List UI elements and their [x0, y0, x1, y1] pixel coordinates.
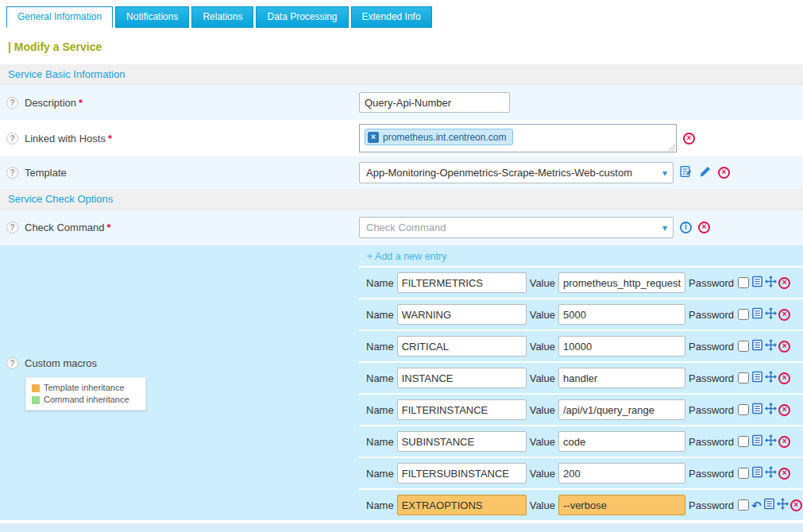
- macro-value-input[interactable]: [558, 336, 685, 357]
- macro-value-input[interactable]: [558, 368, 685, 388]
- move-macro-icon[interactable]: [765, 466, 777, 480]
- delete-macro-icon[interactable]: ×: [778, 436, 790, 448]
- macro-rows-container: + Add a new entry Name Value Password × …: [359, 245, 803, 520]
- check-command-label: Check Command: [25, 222, 104, 233]
- move-macro-icon[interactable]: [765, 339, 777, 353]
- view-template-icon[interactable]: [680, 165, 693, 180]
- macro-description-icon[interactable]: [751, 307, 763, 322]
- macro-row: Name Value Password ×: [359, 330, 803, 361]
- linked-hosts-label: Linked with Hosts: [25, 133, 106, 145]
- macro-name-input[interactable]: [397, 463, 527, 484]
- move-macro-icon[interactable]: [765, 276, 777, 290]
- clear-template-icon[interactable]: ×: [718, 167, 730, 179]
- template-selected-value: App-Monitoring-Openmetrics-Scrape-Metric…: [366, 167, 632, 179]
- required-mark: *: [79, 97, 83, 109]
- macro-value-label: Value: [530, 341, 555, 353]
- move-macro-icon[interactable]: [777, 498, 789, 512]
- help-icon[interactable]: ?: [6, 97, 18, 109]
- undo-macro-icon[interactable]: ↶: [751, 500, 762, 511]
- help-icon[interactable]: ?: [6, 357, 18, 369]
- move-macro-icon[interactable]: [765, 403, 777, 417]
- delete-macro-icon[interactable]: ×: [778, 404, 790, 416]
- macro-row: Name Value Password ×: [359, 425, 803, 457]
- description-input[interactable]: [359, 92, 510, 113]
- macro-row: Name Value Password ×: [359, 457, 803, 488]
- macro-name-label: Name: [366, 277, 394, 289]
- macro-description-icon[interactable]: [751, 434, 763, 449]
- macro-password-checkbox[interactable]: [738, 309, 749, 320]
- add-entry-row: + Add a new entry: [359, 245, 803, 266]
- linked-hosts-label-cell: ? Linked with Hosts *: [0, 133, 359, 145]
- custom-macros-area: ? Custom macros Template inheritance Com…: [0, 245, 803, 520]
- edit-template-icon[interactable]: [699, 165, 712, 180]
- macro-name-input[interactable]: [397, 304, 527, 325]
- linked-hosts-field-cell: × prometheus.int.centreon.com ×: [359, 124, 803, 152]
- macro-password-checkbox[interactable]: [738, 468, 749, 479]
- macro-password-label: Password: [689, 341, 734, 353]
- description-label: Description: [25, 97, 76, 109]
- macro-row-icons: ×: [738, 371, 790, 385]
- macro-name-input[interactable]: [397, 336, 527, 357]
- macro-name-input[interactable]: [397, 399, 527, 420]
- macro-password-checkbox[interactable]: [738, 372, 749, 384]
- macro-password-checkbox[interactable]: [738, 499, 749, 511]
- clear-check-command-icon[interactable]: ×: [698, 222, 710, 233]
- macro-name-input[interactable]: [397, 431, 527, 452]
- move-macro-icon[interactable]: [765, 307, 777, 322]
- custom-macros-label: Custom macros: [25, 357, 97, 369]
- legend-template-inheritance-label: Template inheritance: [44, 382, 125, 394]
- macro-name-input[interactable]: [397, 495, 527, 515]
- linked-hosts-input[interactable]: × prometheus.int.centreon.com: [359, 124, 677, 152]
- template-select[interactable]: App-Monitoring-Openmetrics-Scrape-Metric…: [359, 162, 674, 183]
- help-icon[interactable]: ?: [6, 222, 18, 233]
- macro-value-input[interactable]: [558, 463, 685, 484]
- macro-password-checkbox[interactable]: [738, 436, 749, 447]
- resize-grip[interactable]: [667, 143, 675, 151]
- move-macro-icon[interactable]: [765, 434, 777, 449]
- delete-macro-icon[interactable]: ×: [778, 341, 790, 353]
- macro-description-icon[interactable]: [751, 276, 763, 290]
- macro-value-input[interactable]: [558, 431, 685, 452]
- macro-description-icon[interactable]: [751, 371, 763, 385]
- macro-password-checkbox[interactable]: [738, 277, 749, 288]
- help-icon[interactable]: ?: [6, 133, 18, 145]
- macro-description-icon[interactable]: [763, 498, 775, 512]
- required-mark: *: [106, 222, 110, 233]
- macro-name-input[interactable]: [397, 368, 527, 388]
- macro-value-input[interactable]: [558, 399, 685, 420]
- tab-data-processing[interactable]: Data Processing: [256, 6, 348, 28]
- tab-extended-info[interactable]: Extended Info: [351, 6, 432, 28]
- macro-description-icon[interactable]: [751, 403, 763, 417]
- remove-host-icon[interactable]: ×: [368, 132, 379, 143]
- tab-general-information[interactable]: General Information: [6, 6, 113, 28]
- delete-macro-icon[interactable]: ×: [778, 277, 790, 289]
- tab-relations[interactable]: Relations: [191, 6, 253, 28]
- macro-value-input[interactable]: [558, 304, 685, 325]
- delete-macro-icon[interactable]: ×: [778, 468, 790, 480]
- section-header-basic-information: Service Basic Information: [0, 64, 803, 85]
- help-icon[interactable]: ?: [6, 167, 18, 179]
- move-macro-icon[interactable]: [765, 371, 777, 385]
- macro-description-icon[interactable]: [751, 339, 763, 353]
- linked-hosts-row: ? Linked with Hosts * × prometheus.int.c…: [0, 120, 803, 156]
- macro-value-input[interactable]: [558, 272, 685, 293]
- macro-row: Name Value Password ×: [359, 298, 803, 330]
- tab-notifications[interactable]: Notifications: [115, 6, 189, 28]
- macro-name-label: Name: [366, 372, 394, 384]
- macro-password-checkbox[interactable]: [738, 341, 749, 352]
- delete-macro-icon[interactable]: ×: [778, 309, 790, 321]
- clear-hosts-icon[interactable]: ×: [683, 133, 695, 145]
- macro-value-input[interactable]: [558, 495, 685, 515]
- macro-row-icons: ×: [738, 339, 790, 353]
- macro-password-checkbox[interactable]: [738, 404, 749, 415]
- check-command-select[interactable]: Check Command ▾: [359, 217, 674, 238]
- template-inheritance-color: [32, 384, 40, 392]
- info-icon[interactable]: i: [680, 222, 692, 233]
- macro-description-icon[interactable]: [751, 466, 763, 480]
- macro-name-input[interactable]: [397, 272, 527, 293]
- required-mark: *: [108, 133, 112, 145]
- add-macro-entry-link[interactable]: + Add a new entry: [367, 251, 446, 262]
- delete-macro-icon[interactable]: ×: [790, 499, 802, 511]
- delete-macro-icon[interactable]: ×: [778, 372, 790, 384]
- macro-password-label: Password: [689, 309, 734, 321]
